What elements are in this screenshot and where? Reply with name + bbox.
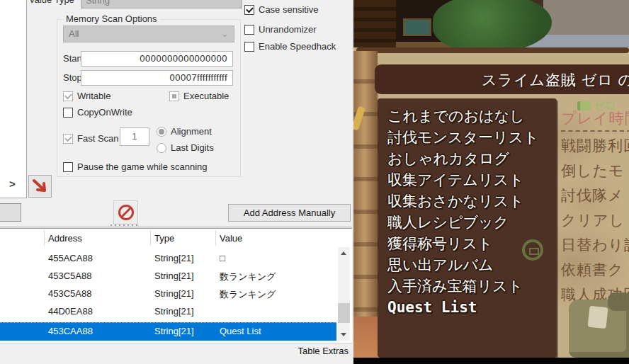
splitter-handle[interactable] <box>110 224 139 227</box>
menu-item[interactable]: 入手済み宝箱リスト <box>387 275 557 297</box>
menu-item[interactable]: これまでのおはなし <box>387 106 557 127</box>
column-header-value[interactable]: Value <box>220 233 242 244</box>
copyonwrite-label: CopyOnWrite <box>77 107 132 118</box>
chevron-down-icon: ⌄ <box>221 26 229 42</box>
table-extras-label[interactable]: Table Extras <box>298 346 348 356</box>
table-row-selected[interactable]: 453CAA88 String[21] Quest List <box>0 322 336 341</box>
column-separator[interactable] <box>44 230 45 246</box>
alignment-label: Alignment <box>171 126 212 137</box>
chevron-right-icon[interactable]: > <box>9 178 16 190</box>
menu-item[interactable]: 収集アイテムリスト <box>387 169 557 190</box>
last-digits-radio[interactable] <box>157 143 166 153</box>
start-address-field[interactable]: 0000000000000000 <box>81 51 233 67</box>
side-panel: > <box>0 0 27 198</box>
row-address: 455ACA88 <box>48 253 93 263</box>
shutter-window <box>403 18 431 36</box>
group-title: Memory Scan Options <box>63 13 160 24</box>
scrollbar-thumb[interactable] <box>338 303 350 323</box>
column-header-address[interactable]: Address <box>48 233 82 244</box>
status-bar: Table Extras <box>0 343 352 364</box>
row-address: 453CAA88 <box>48 326 93 336</box>
clipped-button[interactable] <box>0 203 21 222</box>
case-sensitive-checkbox[interactable] <box>244 5 254 15</box>
stat-line: 討伐隊メ <box>561 186 624 205</box>
menu-item[interactable]: おしゃれカタログ <box>387 148 557 169</box>
address-rows: 45597A88 String[21] 455ACA88 String[21] … <box>0 247 352 343</box>
row-address: 453C5A88 <box>48 288 91 299</box>
menu-item[interactable]: 職人レシピブック <box>387 212 557 233</box>
npc-character <box>559 292 629 358</box>
stop-label: Stop <box>63 72 82 83</box>
torn-paper <box>353 317 378 358</box>
stop-address-field[interactable]: 00007fffffffffff <box>81 70 233 86</box>
executable-checkbox[interactable] <box>169 91 179 101</box>
scan-region-dropdown[interactable]: All ⌄ <box>63 25 234 42</box>
fast-scan-checkbox[interactable] <box>63 134 73 144</box>
row-type: String[21] <box>154 306 194 317</box>
menu-item-quest-list[interactable]: Quest List <box>387 297 557 318</box>
fast-scan-label: Fast Scan <box>77 133 119 144</box>
game-window: スライム盗賊 ゼロ の これまでのおはなし 討伐モンスターリスト おしゃれカタロ… <box>352 0 629 364</box>
wood-building <box>353 0 400 48</box>
row-type: String[21] <box>154 253 194 263</box>
copyonwrite-checkbox[interactable] <box>63 108 73 118</box>
cheat-engine-window: > Value Type String Memory Scan Options … <box>0 0 352 364</box>
watermark: ゼロ <box>577 98 616 113</box>
unrandomizer-label: Unrandomizer <box>259 24 317 35</box>
pause-game-label: Pause the game while scanning <box>77 161 208 172</box>
table-row[interactable]: 44D0EA88 String[21] <box>0 303 336 321</box>
row-address: 453C5A88 <box>48 271 91 281</box>
undo-scan-button[interactable] <box>28 175 52 198</box>
scroll-left-edge <box>353 51 378 358</box>
alignment-radio[interactable] <box>157 127 166 137</box>
watermark-text: ゼロ <box>593 98 616 113</box>
character-pocket <box>588 306 608 329</box>
cancel-scan-button[interactable] <box>113 200 138 224</box>
add-address-manually-button[interactable]: Add Address Manually <box>228 204 351 222</box>
row-value: □ <box>220 253 225 263</box>
value-type-dropdown[interactable]: String <box>81 0 242 8</box>
scan-region-value: All <box>69 28 79 39</box>
row-value: 数ランキング <box>220 288 276 301</box>
table-row[interactable]: 45597A88 String[21] <box>0 247 336 249</box>
fast-scan-value-field[interactable]: 1 <box>120 127 149 146</box>
row-type: String[21] <box>154 288 194 299</box>
row-value: Quest List <box>220 326 261 336</box>
stat-line: クリアし <box>561 210 625 230</box>
enable-speedhack-label: Enable Speedhack <box>259 41 336 52</box>
column-separator[interactable] <box>215 230 216 246</box>
column-header-type[interactable]: Type <box>154 233 174 244</box>
game-menu-panel: これまでのおはなし 討伐モンスターリスト おしゃれカタログ 収集アイテムリスト … <box>378 98 557 358</box>
memory-scan-options-group: Memory Scan Options All ⌄ Start 00000000… <box>57 19 241 177</box>
row-type: String[21] <box>154 326 194 336</box>
menu-item[interactable]: 収集おさかなリスト <box>387 190 557 212</box>
writable-checkbox[interactable] <box>63 91 73 101</box>
game-menu-list: これまでのおはなし 討伐モンスターリスト おしゃれカタログ 収集アイテムリスト … <box>378 98 557 318</box>
menu-item[interactable]: 討伐モンスターリスト <box>387 127 557 148</box>
table-scrollbar[interactable] <box>338 247 350 341</box>
table-row[interactable]: 453C5A88 String[21] 数ランキング <box>0 285 336 303</box>
unrandomizer-checkbox[interactable] <box>244 25 254 35</box>
scroll-down-icon[interactable] <box>338 329 350 341</box>
stat-line: 倒したモ <box>561 161 624 181</box>
book-icon <box>577 101 591 110</box>
writable-label: Writable <box>77 91 110 101</box>
table-row[interactable]: 453C5A88 String[21] 数ランキング <box>0 268 336 285</box>
screen: > Value Type String Memory Scan Options … <box>0 0 629 364</box>
row-type: String[21] <box>154 271 194 281</box>
table-row[interactable]: 455ACA88 String[21] □ <box>0 250 336 268</box>
stat-line: 戦闘勝利回 <box>561 136 629 156</box>
case-sensitive-label: Case sensitive <box>259 4 319 15</box>
scroll-up-icon[interactable] <box>338 247 350 259</box>
value-type-label: Value Type <box>29 0 74 5</box>
stat-line: 依頼書ク <box>561 260 624 280</box>
letterbox-bar <box>353 358 629 364</box>
character-hood <box>608 292 629 311</box>
executable-label: Executable <box>183 91 229 101</box>
enable-speedhack-checkbox[interactable] <box>244 42 254 52</box>
last-digits-label: Last Digits <box>171 142 214 153</box>
start-label: Start <box>63 53 82 64</box>
no-entry-icon <box>118 205 134 220</box>
pause-game-checkbox[interactable] <box>63 162 73 172</box>
column-separator[interactable] <box>150 230 151 246</box>
